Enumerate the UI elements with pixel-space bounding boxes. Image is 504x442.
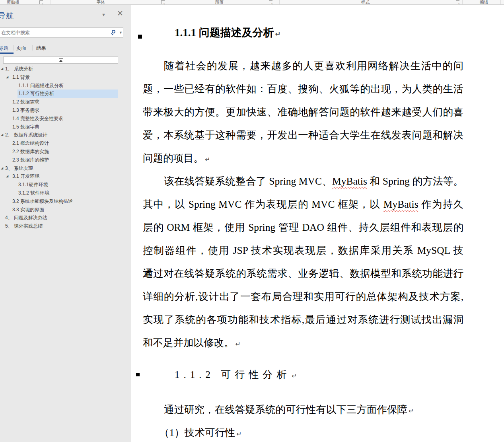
nav-tree-item[interactable]: 2.3 数据库的维护 bbox=[0, 156, 131, 164]
heading-outline-marker-icon[interactable] bbox=[136, 373, 140, 376]
nav-tree-item-label: 1.1 背景 bbox=[0, 73, 30, 82]
styles-dialog-launcher-icon[interactable]: ↘ bbox=[456, 0, 459, 4]
jump-to-top-icon bbox=[59, 58, 63, 62]
doc-line[interactable]: 实现了系统的各项功能和技术指标,最后通过对系统进行测试找出漏洞 bbox=[143, 308, 463, 331]
nav-tree-item-label: 1.1.2 可行性分析 bbox=[0, 90, 54, 98]
nav-tree-item[interactable]: 2.2 数据库的实施 bbox=[0, 148, 131, 156]
ribbon-separator bbox=[462, 0, 463, 4]
nav-tree-item-label: 3.1 开发环境 bbox=[0, 172, 39, 181]
nav-tree-item[interactable]: 4、 问题及解决办法 bbox=[0, 214, 131, 222]
spellcheck-flagged-word: MyBatis bbox=[332, 175, 367, 187]
nav-tree-item[interactable]: 3.1.1硬件环境 bbox=[0, 181, 131, 189]
paragraph-mark-icon: ↵ bbox=[235, 340, 241, 348]
active-tab-underline bbox=[0, 53, 14, 54]
doc-heading: 1.1.2 可行性分析↵ bbox=[143, 367, 463, 384]
nav-tree-item-label: 1.1.1 问题描述及分析 bbox=[0, 82, 64, 90]
nav-tree-item[interactable]: 1.4 完整性及安全性要求 bbox=[0, 115, 131, 123]
nav-tree-item-label: 3、 系统实现 bbox=[0, 164, 33, 173]
ribbon-group-font-label: 字体 bbox=[97, 0, 105, 4]
paragraph-mark-icon: ↵ bbox=[292, 372, 297, 380]
paragraph-dialog-launcher-icon[interactable]: ↘ bbox=[269, 0, 272, 4]
doc-line[interactable]: （1）技术可行性↵ bbox=[143, 421, 463, 442]
search-options-chevron-icon[interactable]: ▼ bbox=[119, 31, 123, 35]
nav-tree-item-label: 2.3 数据库的维护 bbox=[0, 156, 49, 164]
document-page[interactable]: 1.1.1 问题描述及分析↵随着社会的发展，越来越多的人更喜欢利用网络解决生活中… bbox=[132, 5, 504, 442]
ribbon-group-paragraph-label: 段落 bbox=[215, 0, 224, 4]
font-dialog-launcher-icon[interactable]: ↘ bbox=[161, 0, 165, 4]
ribbon-separator bbox=[51, 0, 51, 4]
nav-tree-item-label: 3.2 系统功能模块及结构描述 bbox=[0, 197, 73, 206]
nav-tree: ◢1、 系统分析◢1.1 背景1.1.1 问题描述及分析1.1.2 可行性分析1… bbox=[0, 65, 131, 230]
document-search-box[interactable]: ▼ bbox=[0, 27, 123, 38]
nav-tree-item-label: 2、 数据库系统设计 bbox=[0, 131, 47, 139]
nav-tree-item-label: 2.1 概念结构设计 bbox=[0, 139, 49, 148]
clipboard-dialog-launcher-icon[interactable]: ↘ bbox=[39, 0, 43, 4]
ribbon-group-clipboard-label: 剪贴板 bbox=[7, 0, 19, 4]
doc-line[interactable]: 层的 ORM 框架，使用 Spring 管理 DAO 组件、持久层组件和表现层的 bbox=[143, 216, 463, 239]
doc-heading: 1.1.1 问题描述及分析↵ bbox=[143, 25, 463, 42]
nav-tree-item[interactable]: 5、 课外实践总结 bbox=[0, 222, 131, 230]
nav-tree-item-label: 2.2 数据库的实施 bbox=[0, 148, 49, 156]
nav-tree-item-label: 1.3 事务需求 bbox=[0, 106, 39, 115]
nav-tree-item[interactable]: 1.3 事务需求 bbox=[0, 106, 131, 115]
nav-tree-item[interactable]: ◢2、 数据库系统设计 bbox=[0, 131, 131, 139]
navigation-pane-options-chevron-icon[interactable]: ▼ bbox=[101, 12, 106, 17]
nav-tree-item-label: 3.1.1硬件环境 bbox=[0, 181, 48, 189]
doc-line[interactable]: 其中，以 Spring MVC 作为表现层的 MVC 框架，以 MyBatis … bbox=[143, 193, 463, 216]
ribbon-group-styles-label: 样式 bbox=[361, 0, 370, 4]
nav-tree-item[interactable]: ◢1、 系统分析 bbox=[0, 65, 131, 73]
tab-pages[interactable]: 页面 bbox=[16, 45, 26, 52]
nav-tree-item-label: 3.3 实现的界面 bbox=[0, 206, 44, 214]
doc-line[interactable]: 该在线答疑系统整合了 Spring MVC、MyBatis 和 Spring 的… bbox=[143, 170, 463, 193]
nav-tree-item-label: 1.5 数据字典 bbox=[0, 123, 39, 131]
nav-tree-item[interactable]: 3.2 系统功能模块及结构描述 bbox=[0, 197, 131, 206]
nav-tree-item-label: 1、 系统分析 bbox=[0, 65, 33, 73]
doc-line[interactable]: 和不足并加以修改。↵ bbox=[143, 331, 463, 354]
doc-line[interactable]: 随着社会的发展，越来越多的人更喜欢利用网络解决生活中的问 bbox=[143, 55, 463, 78]
doc-line[interactable]: 问题的项目。↵ bbox=[143, 147, 463, 170]
doc-line[interactable]: 控制器组件，使用 JSP 技术实现表现层，数据库采用关系 MySQL 技术。 bbox=[143, 239, 463, 262]
nav-tree-item-label: 5、 课外实践总结 bbox=[0, 222, 43, 230]
nav-tree-item[interactable]: ◢1.1 背景 bbox=[0, 73, 131, 82]
tab-headings[interactable]: 标题 bbox=[0, 45, 8, 52]
nav-tree-item[interactable]: 3.1.2 软件环境 bbox=[0, 189, 131, 197]
search-icon[interactable] bbox=[112, 30, 115, 33]
nav-tree-item-label: 1.2 数据需求 bbox=[0, 98, 39, 106]
paragraph-mark-icon: ↵ bbox=[409, 407, 414, 415]
nav-tree-item-label: 3.1.2 软件环境 bbox=[0, 189, 49, 197]
doc-line[interactable]: 题，一些已经有的软件如：百度、搜狗、火狐等的出现，为人类的生活 bbox=[143, 78, 463, 101]
ribbon-strip: 剪贴板 ↘ 字体 ↘ 段落 ↘ 样式 ↘ 编辑 bbox=[0, 0, 504, 5]
tab-separator bbox=[32, 45, 33, 51]
ribbon-separator bbox=[279, 0, 280, 4]
navigation-tabs: 标题 页面 结果 bbox=[0, 43, 131, 54]
nav-tree-item[interactable]: ◢3、 系统实现 bbox=[0, 164, 131, 173]
tab-separator bbox=[13, 45, 14, 51]
search-input[interactable] bbox=[1, 28, 105, 37]
jump-to-top-control[interactable] bbox=[3, 56, 118, 64]
heading-outline-marker-icon[interactable] bbox=[138, 35, 142, 39]
ribbon-group-editing-label: 编辑 bbox=[480, 0, 488, 4]
ribbon-separator bbox=[500, 0, 501, 4]
nav-tree-item[interactable]: 1.2 数据需求 bbox=[0, 98, 131, 106]
paragraph-mark-icon: ↵ bbox=[205, 156, 210, 163]
nav-tree-item[interactable]: ◢3.1 开发环境 bbox=[0, 172, 131, 181]
tab-results[interactable]: 结果 bbox=[36, 45, 46, 52]
nav-tree-item[interactable]: 2.1 概念结构设计 bbox=[0, 139, 131, 148]
doc-line[interactable]: 详细的分析,设计出了一套布局合理和实用可行的总体架构及技术方案, bbox=[143, 285, 463, 308]
nav-tree-item-label: 4、 问题及解决办法 bbox=[0, 214, 47, 222]
nav-tree-item[interactable]: 3.3 实现的界面 bbox=[0, 206, 131, 214]
paragraph-mark-icon: ↵ bbox=[236, 430, 241, 438]
navigation-pane: 导航 ▼ ✕ ▼ 标题 页面 结果 ◢1、 系统分析◢1.1 背景1.1.1 问… bbox=[0, 5, 131, 442]
doc-line[interactable]: 爱，本系统基于这种需要，开发出一种适合大学生在线发表问题和解决 bbox=[143, 124, 463, 147]
paragraph-mark-icon: ↵ bbox=[275, 30, 281, 38]
doc-line[interactable]: 带来极大的方便。更加快速、准确地解答问题的软件越来越受人们的喜 bbox=[143, 101, 463, 124]
spellcheck-flagged-word: MyBatis bbox=[383, 199, 418, 210]
nav-tree-item[interactable]: 1.1.1 问题描述及分析 bbox=[0, 82, 131, 90]
nav-tree-item[interactable]: 1.1.2 可行性分析 bbox=[0, 90, 131, 98]
navigation-pane-title: 导航 bbox=[0, 11, 14, 21]
navigation-pane-close-icon[interactable]: ✕ bbox=[117, 10, 123, 17]
doc-line[interactable]: 通过对在线答疑系统的系统需求、业务逻辑、数据模型和系统功能进行 bbox=[143, 262, 463, 285]
doc-line[interactable]: 通过研究，在线答疑系统的可行性有以下三方面作保障↵ bbox=[143, 398, 463, 421]
doc-content[interactable]: 1.1.1 问题描述及分析↵随着社会的发展，越来越多的人更喜欢利用网络解决生活中… bbox=[143, 5, 463, 442]
nav-tree-item[interactable]: 1.5 数据字典 bbox=[0, 123, 131, 131]
